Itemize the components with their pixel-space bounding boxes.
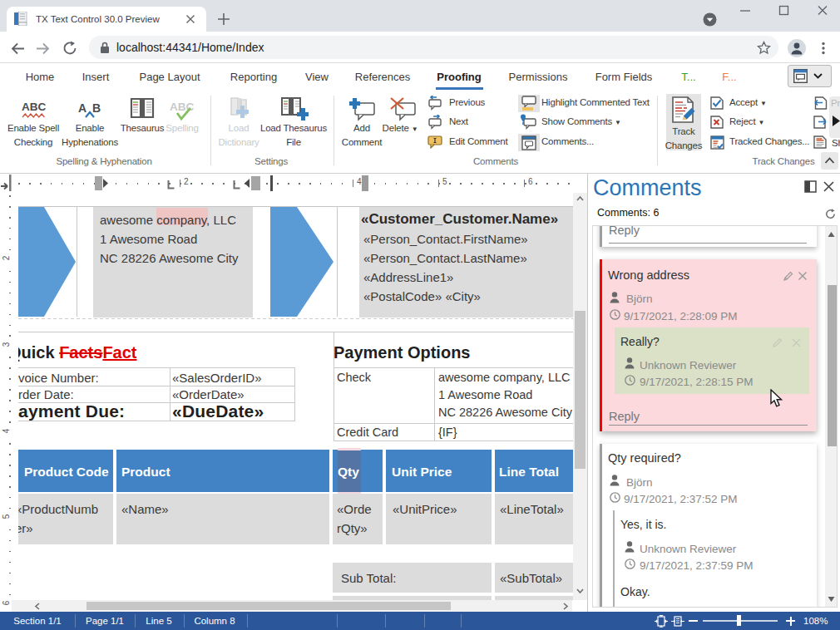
svg-text:ABC: ABC: [170, 101, 194, 113]
svg-text:B: B: [92, 101, 101, 115]
svg-text:ABC: ABC: [22, 101, 46, 113]
svg-text:A: A: [78, 101, 86, 115]
